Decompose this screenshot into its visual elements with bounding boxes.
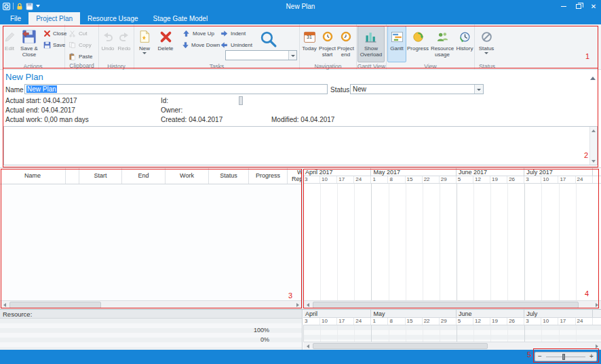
column-header-blank[interactable] (66, 168, 79, 184)
quickaccess-chevron-icon[interactable] (36, 5, 40, 7)
save-and-close-button[interactable]: Save & Close (17, 26, 41, 62)
timeline-week-label: 1 (371, 318, 388, 325)
scroll-right-icon[interactable] (592, 342, 601, 350)
scrollbar-track[interactable] (312, 301, 592, 309)
timeline-gridline (576, 184, 577, 300)
timeline-week-label: 29 (440, 176, 457, 183)
id-ellipsis-icon[interactable] (239, 96, 243, 105)
column-header-work[interactable]: Work (166, 168, 209, 184)
zoom-out-button[interactable]: − (535, 352, 545, 361)
task-filter-combobox[interactable] (225, 50, 297, 60)
quick-save-icon[interactable] (26, 3, 33, 10)
redo-button[interactable]: Redo (116, 26, 132, 62)
ribbon-group-navigation: 31 Today Project start Project end (300, 24, 357, 69)
name-input[interactable]: New Plan (24, 84, 328, 94)
modified-label: Modified: (271, 116, 299, 123)
timeline-gridline (303, 325, 304, 342)
tab-file[interactable]: File (3, 12, 28, 24)
undo-button[interactable]: Undo (100, 26, 116, 62)
status-select-value: New (351, 85, 474, 93)
actual-work-field: Actual work: 0,00 man days (5, 116, 89, 123)
show-overload-button[interactable]: Show Overload (357, 26, 385, 62)
zoom-slider[interactable] (545, 352, 587, 361)
actual-work-label: Actual work: (5, 116, 42, 123)
resource-usage-view-button[interactable]: Resource usage (429, 26, 455, 62)
tab-resource-usage[interactable]: Resource Usage (80, 12, 145, 24)
timeline-gridline (371, 325, 372, 342)
column-header-work-reported[interactable]: Work Reported (288, 168, 302, 184)
timeline-gridline (457, 184, 457, 300)
progress-view-button[interactable]: Progress (406, 26, 429, 62)
scroll-up-icon[interactable] (589, 127, 597, 134)
cut-button[interactable]: Cut (66, 28, 98, 39)
edit-button[interactable]: Edit (2, 26, 17, 62)
scrollbar-track[interactable] (312, 342, 592, 350)
status-select[interactable]: New (350, 84, 484, 94)
combobox-dropdown-icon[interactable] (288, 51, 296, 60)
ribbon-group-status: Status Status (475, 24, 499, 69)
delete-task-button[interactable]: Delete (154, 26, 177, 62)
gantt-horizontal-scrollbar[interactable] (303, 300, 601, 309)
task-table-header: NameStartEndWorkStatusProgressWork Repor… (0, 168, 302, 184)
today-button[interactable]: 31 Today (300, 26, 318, 62)
timeline-week-label: 5 (457, 176, 473, 183)
tab-stage-gate-model[interactable]: Stage Gate Model (146, 12, 216, 24)
redo-icon (119, 28, 130, 45)
move-up-button[interactable]: Move Up (180, 28, 218, 39)
column-header-progress[interactable]: Progress (249, 168, 288, 184)
status-button[interactable]: Status (476, 26, 497, 62)
scrollbar-thumb[interactable] (313, 343, 488, 349)
resource-horizontal-scrollbar[interactable] (303, 342, 601, 350)
resource-header: Resource: (0, 310, 302, 319)
timeline-week-label: 26 (507, 318, 524, 325)
timeline-month-label: April 2017 (303, 168, 371, 176)
scrollbar-thumb[interactable] (9, 302, 101, 308)
column-header-status[interactable]: Status (209, 168, 249, 184)
indent-button[interactable]: Indent (218, 28, 254, 39)
scroll-left-icon[interactable] (303, 301, 312, 310)
ribbon-group-actions: Edit Save & Close Close (1, 24, 65, 69)
column-header-name[interactable]: Name (0, 168, 66, 184)
move-down-button[interactable]: Move Down (180, 39, 218, 50)
scroll-right-icon[interactable] (592, 301, 601, 310)
save-button[interactable]: Save (41, 39, 64, 50)
restore-button[interactable] (571, 0, 586, 12)
project-end-button[interactable]: Project end (336, 26, 355, 62)
owner-label: Owner: (161, 106, 182, 114)
paste-button[interactable]: Paste (66, 51, 98, 62)
close-plan-button[interactable]: Close (41, 28, 64, 39)
gantt-weeks-header: 31017241815222951219263101724 (303, 176, 601, 184)
scroll-left-icon[interactable] (0, 301, 9, 310)
copy-button[interactable]: Copy (66, 39, 98, 50)
gantt-view-button[interactable]: Gantt (387, 26, 406, 62)
scroll-left-icon[interactable] (303, 342, 312, 350)
scroll-down-icon[interactable] (589, 157, 597, 165)
zoom-slider-thumb[interactable] (562, 354, 565, 360)
close-button[interactable]: ✕ (586, 0, 601, 12)
new-task-button[interactable]: New (135, 26, 154, 62)
project-start-button[interactable]: Project start (318, 26, 336, 62)
timeline-week-label: 5 (457, 318, 473, 325)
scrollbar-thumb[interactable] (313, 302, 579, 308)
vertical-scrollbar[interactable] (589, 127, 597, 165)
timeline-week-label: 10 (541, 176, 558, 183)
table-horizontal-scrollbar[interactable] (0, 300, 302, 309)
unindent-button[interactable]: Unindent (218, 39, 254, 50)
column-header-start[interactable]: Start (79, 168, 122, 184)
scrollbar-track[interactable] (9, 301, 293, 309)
description-textarea[interactable] (3, 126, 598, 165)
scroll-right-icon[interactable] (293, 301, 302, 310)
created-field: Created: 04.04.2017 (161, 116, 222, 123)
lock-icon[interactable] (16, 3, 23, 10)
minimize-button[interactable] (556, 0, 571, 12)
arrow-right-icon (220, 29, 229, 38)
history-view-button[interactable]: History (455, 26, 474, 62)
status-select-dropdown-icon[interactable] (474, 85, 483, 94)
tab-project-plan[interactable]: Project Plan (28, 12, 80, 24)
zoom-in-button[interactable]: + (587, 352, 596, 361)
timeline-week-label: 3 (303, 318, 320, 325)
restore-icon (576, 4, 581, 9)
column-header-end[interactable]: End (122, 168, 166, 184)
collapse-form-icon[interactable] (590, 74, 596, 81)
timeline-gridline (406, 184, 406, 300)
